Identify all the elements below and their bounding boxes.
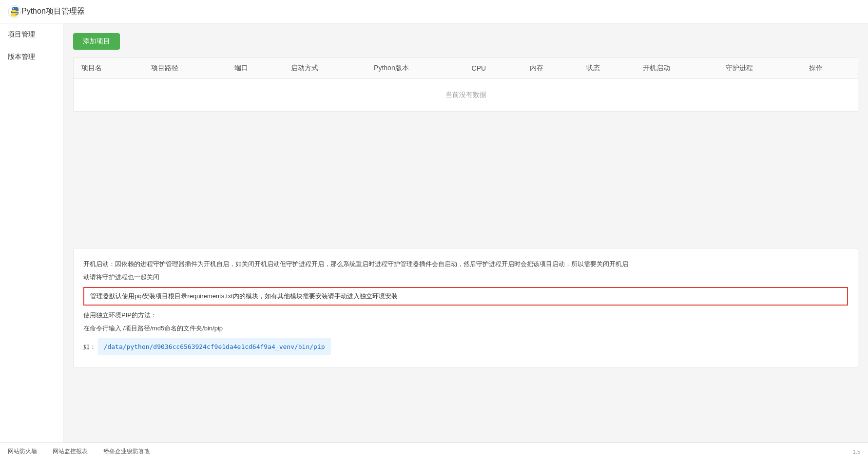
info-line-4: 如： /data/python/d9036cc6563924cf9e1da4e1… bbox=[83, 336, 848, 355]
info-line-2: 使用独立环境PIP的方法： bbox=[83, 309, 848, 321]
col-port: 端口 bbox=[227, 58, 283, 79]
info-line-4-code: /data/python/d9036cc6563924cf9e1da4e1cd6… bbox=[98, 338, 331, 355]
sidebar: 项目管理 版本管理 bbox=[0, 23, 63, 442]
svg-point-1 bbox=[13, 8, 14, 9]
info-line-3: 在命令行输入 /项目路径/md5命名的文件夹/bin/pip bbox=[83, 323, 848, 334]
col-action: 操作 bbox=[801, 58, 858, 79]
col-project-path: 项目路径 bbox=[143, 58, 226, 79]
col-python-version: Python版本 bbox=[366, 58, 464, 79]
col-memory: 内存 bbox=[522, 58, 579, 79]
col-guardian: 守护进程 bbox=[718, 58, 801, 79]
sidebar-item-project-management[interactable]: 项目管理 bbox=[0, 23, 63, 46]
add-project-button[interactable]: 添加项目 bbox=[73, 33, 120, 50]
table-header-row: 项目名 项目路径 端口 启动方式 Python版本 CPU 内存 状态 开机启动… bbox=[74, 58, 858, 79]
main-content: 添加项目 项目名 项目路径 端口 启动方式 Python版本 CPU 内存 状态… bbox=[63, 23, 868, 442]
col-startup-mode: 启动方式 bbox=[283, 58, 366, 79]
top-bar: Python项目管理器 bbox=[0, 0, 868, 23]
info-line-1-cont: 动请将守护进程也一起关闭 bbox=[83, 271, 848, 283]
info-line-4-prefix: 如： bbox=[83, 343, 96, 350]
svg-point-2 bbox=[16, 14, 17, 15]
col-status: 状态 bbox=[579, 58, 635, 79]
project-table: 项目名 项目路径 端口 启动方式 Python版本 CPU 内存 状态 开机启动… bbox=[74, 58, 858, 111]
info-highlight: 管理器默认使用pip安装项目根目录requirements.txt内的模块，如有… bbox=[83, 287, 848, 306]
empty-text: 当前没有数据 bbox=[74, 79, 858, 112]
col-autostart: 开机启动 bbox=[635, 58, 718, 79]
app-title: Python项目管理器 bbox=[21, 6, 85, 17]
project-table-container: 项目名 项目路径 端口 启动方式 Python版本 CPU 内存 状态 开机启动… bbox=[73, 58, 858, 112]
info-line-1: 开机启动：因依赖的进程守护管理器插件为开机自启，如关闭开机启动但守护进程开启，那… bbox=[83, 258, 848, 269]
info-box: 开机启动：因依赖的进程守护管理器插件为开机自启，如关闭开机启动但守护进程开启，那… bbox=[73, 248, 858, 367]
table-empty-row: 当前没有数据 bbox=[74, 79, 858, 112]
col-project-name: 项目名 bbox=[74, 58, 143, 79]
col-cpu: CPU bbox=[464, 58, 522, 79]
sidebar-item-version-management[interactable]: 版本管理 bbox=[0, 46, 63, 68]
app-logo bbox=[8, 5, 21, 19]
main-layout: 项目管理 版本管理 添加项目 项目名 项目路径 端口 启动方式 Python版本… bbox=[0, 23, 868, 442]
python-icon bbox=[8, 5, 21, 19]
